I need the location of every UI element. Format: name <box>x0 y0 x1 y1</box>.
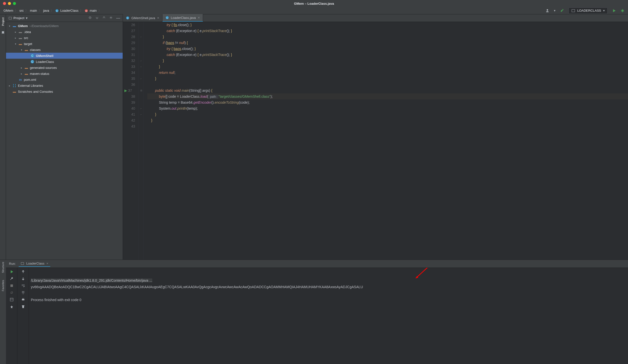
expand-all-icon[interactable] <box>95 16 99 19</box>
print-icon[interactable] <box>21 298 25 302</box>
tree-item[interactable]: ▸▬Scratches and Consoles <box>6 89 123 94</box>
close-window-icon[interactable] <box>3 2 6 5</box>
config-icon <box>571 9 575 13</box>
hammer-icon[interactable] <box>560 9 564 13</box>
console-output[interactable]: /Library/Java/JavaVirtualMachines/jdk1.8… <box>29 268 628 364</box>
stop-icon[interactable] <box>10 284 14 288</box>
project-tool-tab[interactable]: Project <box>1 16 5 27</box>
favorites-tool-tab[interactable]: Favorites <box>1 280 4 291</box>
svg-text:m: m <box>85 9 87 12</box>
hide-icon[interactable]: — <box>116 16 120 20</box>
run-tab[interactable]: LoaderClass × <box>19 261 50 267</box>
exit-icon[interactable] <box>10 291 14 295</box>
svg-rect-6 <box>9 17 12 19</box>
folder-icon: ▬ <box>24 66 28 70</box>
tree-item[interactable]: ▸▬maven-status <box>6 71 123 77</box>
run-tab-label: LoaderClass <box>26 262 44 265</box>
console-exit: Process finished with exit code 0 <box>31 298 81 302</box>
library-icon: ╏╏ <box>12 84 16 88</box>
run-icon[interactable] <box>612 9 616 13</box>
structure-tool-tab[interactable]: Structure <box>1 262 4 273</box>
svg-text:C: C <box>56 9 58 12</box>
editor-tab[interactable]: C GMemShell.java × <box>123 14 162 22</box>
scroll-end-icon[interactable] <box>21 291 25 295</box>
svg-rect-18 <box>21 262 24 265</box>
svg-text:C: C <box>166 17 168 19</box>
run-toolbar-col2 <box>17 268 29 364</box>
code-content[interactable]: try { fis.close(); } catch (Exception e)… <box>144 22 628 260</box>
close-icon[interactable]: × <box>198 16 200 20</box>
fold-gutter[interactable]: ⌐⌐⌐⌐⊟⌐⌐ <box>139 22 144 260</box>
svg-point-9 <box>110 17 111 18</box>
code-editor[interactable]: 2627282930313233343536▶ 37383940414243 ⌐… <box>123 22 628 260</box>
run-panel: Structure Favorites Run: LoaderClass × <box>0 260 628 364</box>
run-toolbar-col1 <box>6 268 17 364</box>
folder-icon: ▬ <box>24 48 28 52</box>
bookmark-icon[interactable] <box>1 31 5 34</box>
close-icon[interactable]: × <box>157 16 159 20</box>
folder-icon: ▬ <box>18 36 22 40</box>
tree-item[interactable]: ▸CLoaderClass <box>6 59 123 65</box>
svg-point-8 <box>90 17 90 18</box>
tree-item-selected[interactable]: ▸CGMemShell <box>6 53 123 59</box>
annotation-arrow-icon <box>412 268 432 281</box>
crumb[interactable]: main <box>89 9 96 12</box>
tree-item[interactable]: ▸▬.idea <box>6 29 123 35</box>
console-command: /Library/Java/JavaVirtualMachines/jdk1.8… <box>31 278 152 282</box>
debug-icon[interactable] <box>621 9 625 13</box>
class-icon: C <box>55 9 59 12</box>
tree-title: Project <box>13 16 24 20</box>
run-config-name: LOADERCLASS <box>577 9 601 12</box>
folder-icon: ▬ <box>18 42 22 46</box>
window-controls <box>0 2 16 5</box>
up-icon[interactable] <box>21 270 25 274</box>
breadcrumbs[interactable]: GMem〉 src〉 main〉 java〉 C LoaderClass〉 m … <box>3 8 101 13</box>
locate-icon[interactable] <box>88 16 92 19</box>
crumb[interactable]: java <box>43 9 49 12</box>
crumb[interactable]: src <box>19 9 24 12</box>
layout-icon[interactable] <box>10 298 14 302</box>
project-tree[interactable]: ▾ ▬ GMem ~/Downloads/GMem ▸▬.idea ▸▬src … <box>6 22 123 260</box>
crumb[interactable]: main <box>30 9 37 12</box>
editor-tab-active[interactable]: C LoaderClass.java × <box>162 14 203 22</box>
run-label: Run: <box>9 262 16 266</box>
svg-text:C: C <box>127 17 128 19</box>
tab-label: GMemShell.java <box>131 16 155 20</box>
minimize-window-icon[interactable] <box>8 2 11 5</box>
title-bar: GMem – LoaderClass.java <box>0 0 628 7</box>
svg-rect-19 <box>10 284 13 287</box>
class-icon: C <box>30 54 34 58</box>
soft-wrap-icon[interactable] <box>21 284 25 288</box>
user-icon[interactable] <box>546 9 550 13</box>
left-tool-strip: Project <box>0 14 6 260</box>
trash-icon[interactable] <box>21 304 25 308</box>
gear-icon[interactable] <box>109 16 113 19</box>
tree-item[interactable]: ▾▬target <box>6 41 123 47</box>
tree-item[interactable]: ▾▬classes <box>6 47 123 53</box>
close-icon[interactable]: × <box>46 262 48 265</box>
tree-item[interactable]: ▸mpom.xml <box>6 77 123 83</box>
pin-icon[interactable] <box>10 304 14 308</box>
tree-item[interactable]: ▸▬src <box>6 35 123 41</box>
left-tool-strip-bottom: Structure Favorites <box>0 260 6 364</box>
maven-icon: m <box>18 78 22 82</box>
down-icon[interactable] <box>21 277 25 281</box>
crumb[interactable]: LoaderClass <box>60 9 78 12</box>
tree-item[interactable]: ▸╏╏External Libraries <box>6 83 123 89</box>
rerun-icon[interactable] <box>10 270 14 274</box>
nav-bar: GMem〉 src〉 main〉 java〉 C LoaderClass〉 m … <box>0 7 628 14</box>
project-view-icon <box>8 16 12 20</box>
project-tree-panel: Project ▾ — ▾ ▬ GMem ~/Downloads/GMem ▸▬… <box>6 14 123 260</box>
line-gutter[interactable]: 2627282930313233343536▶ 37383940414243 <box>123 22 139 260</box>
run-config-selector[interactable]: LOADERCLASS ▾ <box>568 7 608 14</box>
tree-root[interactable]: ▾ ▬ GMem ~/Downloads/GMem <box>6 23 123 29</box>
window-title: GMem – LoaderClass.java <box>294 2 334 5</box>
tree-item[interactable]: ▸▬generated-sources <box>6 65 123 71</box>
folder-icon: ▬ <box>18 30 22 34</box>
class-icon: C <box>126 16 129 20</box>
collapse-all-icon[interactable] <box>102 16 106 19</box>
maximize-window-icon[interactable] <box>13 2 16 5</box>
crumb[interactable]: GMem <box>3 9 13 12</box>
wrench-icon[interactable] <box>10 277 14 281</box>
svg-text:C: C <box>31 61 33 63</box>
